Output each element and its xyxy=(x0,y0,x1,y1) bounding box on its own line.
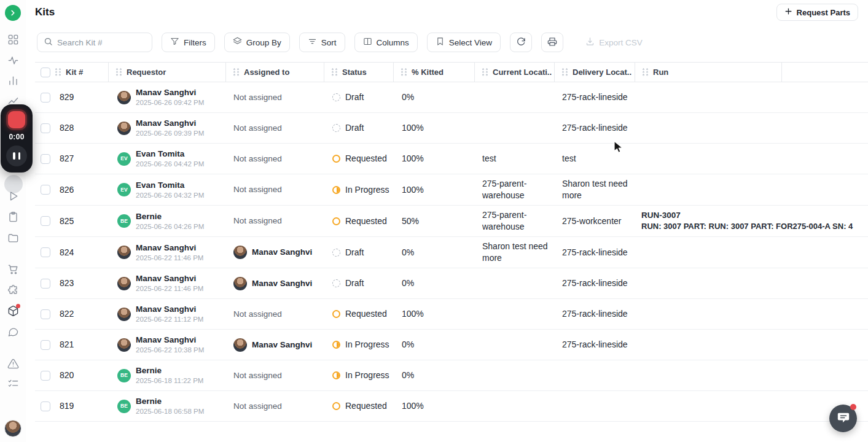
select-view-button[interactable]: Select View xyxy=(427,33,501,52)
columns-button[interactable]: Columns xyxy=(354,33,418,52)
status-label: In Progress xyxy=(345,184,389,196)
drag-handle-icon[interactable] xyxy=(643,68,648,76)
row-checkbox[interactable] xyxy=(41,123,50,133)
sidebar-item-issues[interactable] xyxy=(0,358,26,370)
status-cell: In Progress xyxy=(324,370,394,381)
chat-bubble-icon xyxy=(7,326,19,338)
requestor-cell: Manav Sanghvi 2025-06-22 10:38 PM xyxy=(109,335,226,354)
table-row[interactable]: 823 Manav Sanghvi 2025-06-22 11:46 PM Ma… xyxy=(35,268,868,299)
table-row[interactable]: 826 EV Evan Tomita 2025-06-26 04:32 PM N… xyxy=(35,174,868,206)
kit-number: 829 xyxy=(60,91,74,103)
sort-label: Sort xyxy=(321,38,337,47)
chat-launcher-button[interactable] xyxy=(829,405,857,432)
requestor-cell: Manav Sanghvi 2025-06-22 11:46 PM xyxy=(109,274,226,293)
user-avatar[interactable] xyxy=(0,420,26,437)
status-cell: Draft xyxy=(324,91,394,103)
column-header-kit[interactable]: Kit # xyxy=(35,63,109,82)
sidebar-item-purchasing[interactable] xyxy=(0,263,26,275)
requestor-name: Bernie xyxy=(136,397,204,406)
requestor-avatar xyxy=(117,277,131,290)
export-csv-button[interactable]: Export CSV xyxy=(577,33,651,52)
sidebar-item-work-orders[interactable] xyxy=(0,211,26,223)
drag-handle-icon[interactable] xyxy=(233,68,239,76)
pause-recording-button[interactable] xyxy=(6,145,27,166)
row-checkbox[interactable] xyxy=(41,185,50,195)
sort-button[interactable]: Sort xyxy=(299,33,345,52)
status-label: Draft xyxy=(345,277,364,289)
drag-handle-icon[interactable] xyxy=(401,68,407,76)
kit-number: 819 xyxy=(60,400,74,412)
run-cell xyxy=(635,283,782,284)
row-checkbox[interactable] xyxy=(41,309,50,319)
requestor-date: 2025-06-18 06:58 PM xyxy=(136,408,204,416)
run-cell xyxy=(635,375,782,376)
table-row[interactable]: 820 BE Bernie 2025-06-18 11:22 PM Not as… xyxy=(35,360,868,391)
app-logo[interactable] xyxy=(0,5,26,21)
requestor-avatar: EV xyxy=(117,183,131,196)
table-row[interactable]: 825 BE Bernie 2025-06-26 04:26 PM Not as… xyxy=(35,206,868,237)
sidebar-item-parts[interactable] xyxy=(0,284,26,296)
sidebar-item-activity[interactable] xyxy=(0,55,26,66)
requestor-name: Manav Sanghvi xyxy=(136,88,204,98)
column-header-kitted[interactable]: % Kitted xyxy=(394,63,475,82)
table-row[interactable]: 829 Manav Sanghvi 2025-06-26 09:42 PM No… xyxy=(35,82,868,113)
table-row[interactable]: 819 BE Bernie 2025-06-18 06:58 PM Not as… xyxy=(35,391,868,422)
column-header-status[interactable]: Status xyxy=(324,63,394,82)
refresh-button[interactable] xyxy=(510,33,532,52)
row-checkbox[interactable] xyxy=(41,401,50,411)
delivery-location: 275-workcenter xyxy=(562,215,622,227)
drag-handle-icon[interactable] xyxy=(332,68,337,76)
column-header-assigned[interactable]: Assigned to xyxy=(226,63,324,82)
row-checkbox[interactable] xyxy=(41,371,50,381)
drag-handle-icon[interactable] xyxy=(55,68,61,76)
current-location: test xyxy=(482,153,496,165)
drag-handle-icon[interactable] xyxy=(116,68,122,76)
column-header-delivery-location[interactable]: Delivery Locat.. xyxy=(555,63,635,82)
sidebar-item-tasks[interactable] xyxy=(0,378,26,390)
row-checkbox[interactable] xyxy=(41,93,50,103)
status-label: Draft xyxy=(345,247,364,258)
status-label: Requested xyxy=(345,215,387,227)
filters-button[interactable]: Filters xyxy=(162,33,215,52)
group-by-button[interactable]: Group By xyxy=(224,33,290,52)
row-checkbox[interactable] xyxy=(41,340,50,350)
table-row[interactable]: 821 Manav Sanghvi 2025-06-22 10:38 PM Ma… xyxy=(35,330,868,360)
drag-handle-icon[interactable] xyxy=(482,68,488,76)
row-checkbox[interactable] xyxy=(41,154,50,164)
column-header-requestor[interactable]: Requestor xyxy=(109,63,226,82)
print-button[interactable] xyxy=(541,33,563,52)
kit-cell: 827 xyxy=(35,153,109,165)
delivery-location: 275-rack-lineside xyxy=(562,91,628,103)
row-checkbox[interactable] xyxy=(41,279,50,289)
column-header-current-location[interactable]: Current Locati.. xyxy=(475,63,555,82)
search-input[interactable] xyxy=(57,38,146,47)
delivery-location: 275-rack-lineside xyxy=(562,277,628,289)
stop-recording-button[interactable] xyxy=(8,111,25,128)
assignee-name: Not assigned xyxy=(233,154,282,164)
table-row[interactable]: 824 Manav Sanghvi 2025-06-22 11:46 PM Ma… xyxy=(35,237,868,268)
select-all-checkbox[interactable] xyxy=(41,68,50,77)
row-checkbox[interactable] xyxy=(41,216,50,226)
table-row[interactable]: 827 EV Evan Tomita 2025-06-26 04:42 PM N… xyxy=(35,144,868,174)
drag-handle-icon[interactable] xyxy=(562,68,568,76)
row-checkbox[interactable] xyxy=(41,247,50,257)
sidebar-item-dashboard[interactable] xyxy=(0,34,26,45)
sidebar-item-messages[interactable] xyxy=(0,326,26,338)
table-row[interactable]: 828 Manav Sanghvi 2025-06-26 09:39 PM No… xyxy=(35,113,868,144)
delivery-location: Sharon test need more xyxy=(562,178,635,201)
table-row[interactable]: 822 Manav Sanghvi 2025-06-22 11:12 PM No… xyxy=(35,299,868,330)
delivery-location-cell: 275-rack-lineside xyxy=(555,91,635,103)
alert-triangle-icon xyxy=(7,358,19,370)
column-header-run[interactable]: Run xyxy=(635,63,782,82)
assigned-cell: Not assigned xyxy=(226,309,324,319)
sidebar-item-kits[interactable] xyxy=(0,305,26,317)
sidebar-item-reports[interactable] xyxy=(0,75,26,87)
request-parts-button[interactable]: Request Parts xyxy=(776,4,858,21)
kit-cell: 820 xyxy=(35,370,109,381)
column-label-assigned: Assigned to xyxy=(244,68,289,77)
sidebar-item-files[interactable] xyxy=(0,232,26,244)
requestor-avatar xyxy=(117,246,131,259)
assignee-name: Not assigned xyxy=(233,309,282,319)
search-box[interactable] xyxy=(37,33,152,52)
kitted-cell: 0% xyxy=(394,339,475,351)
